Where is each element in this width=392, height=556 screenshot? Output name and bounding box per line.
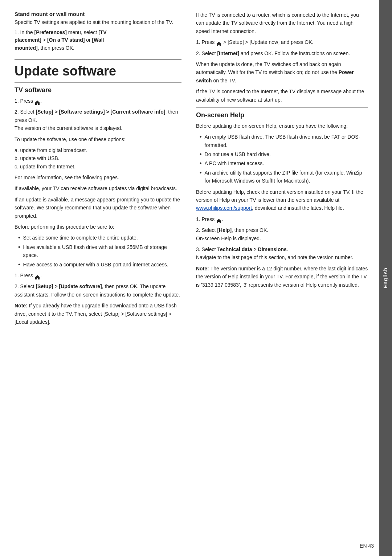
home-icon-3 xyxy=(216,40,221,45)
page-number: EN 43 xyxy=(360,543,374,549)
usb-note: Note: If you already have the upgrade fi… xyxy=(15,302,181,326)
digital-broadcast: If available, your TV can receive softwa… xyxy=(15,184,181,192)
help-req-3: A PC with Internet access. xyxy=(200,159,368,167)
right-column: If the TV is connected to a router, whic… xyxy=(192,11,368,538)
help-req-2: Do not use a USB hard drive. xyxy=(200,150,368,158)
help-step2: 2. Select [Help], then press OK. On-scre… xyxy=(196,226,368,242)
on-screen-help-divider xyxy=(196,107,368,108)
language-tab: English xyxy=(379,0,392,556)
before-list-item-2: Have available a USB flash drive with at… xyxy=(18,243,181,259)
home-icon-1 xyxy=(35,99,40,104)
update-options: a. update from digital broadcast. b. upd… xyxy=(15,146,181,171)
usb-step1: 1. Press . xyxy=(15,271,181,279)
internet-intro: If the TV is connected to a router, whic… xyxy=(196,11,368,35)
internet-step2: 2. Select [Internet] and press OK. Follo… xyxy=(196,49,368,57)
help-check-text: Before updating Help, check the current … xyxy=(196,188,368,212)
tv-software-section: TV software 1. Press . 2. Select [Setup]… xyxy=(15,86,181,326)
usb-step2: 2. Select [Setup] > [Update software], t… xyxy=(15,282,181,299)
philips-link[interactable]: www.philips.com/support xyxy=(196,205,252,211)
home-icon-4 xyxy=(216,217,221,222)
help-step1: 1. Press . xyxy=(196,215,368,223)
connected-message: If the TV is connected to the Internet, … xyxy=(196,87,368,104)
help-req-4: An archive utility that supports the ZIP… xyxy=(200,169,368,185)
update-software-heading: Update software xyxy=(15,63,181,79)
main-divider xyxy=(15,59,181,60)
internet-update-section: If the TV is connected to a router, whic… xyxy=(196,11,368,104)
language-label: English xyxy=(383,267,388,289)
update-intro: To update the software, use one of these… xyxy=(15,135,181,143)
home-icon-2 xyxy=(35,274,40,278)
more-info: For more information, see the following … xyxy=(15,173,181,181)
before-procedure: Before performing this procedure be sure… xyxy=(15,223,181,231)
before-list-item-1: Set aside some time to complete the enti… xyxy=(18,234,181,242)
help-note: Note: The version number is a 12 digit n… xyxy=(196,265,368,289)
stand-mount-title: Stand mount or wall mount xyxy=(15,11,181,17)
stand-mount-body2: 1. In the [Preferences] menu, select [TV… xyxy=(15,29,181,52)
help-req-1: An empty USB flash drive. The USB flash … xyxy=(200,133,368,149)
help-step3: 3. Select Technical data > Dimensions. N… xyxy=(196,245,368,262)
stand-mount-section: Stand mount or wall mount Specific TV se… xyxy=(15,11,181,52)
on-screen-help-section: On-screen Help Before updating the on-sc… xyxy=(196,111,368,289)
before-list-item-3: Have access to a computer with a USB por… xyxy=(18,261,181,269)
tv-software-title: TV software xyxy=(15,86,181,94)
help-before-text: Before updating the on-screen Help, ensu… xyxy=(196,122,368,130)
after-update: When the update is done, the TV switches… xyxy=(196,60,368,85)
tv-step1: 1. Press . xyxy=(15,97,181,105)
stand-mount-body1: Specific TV settings are applied to suit… xyxy=(15,19,181,26)
internet-step1: 1. Press > [Setup] > [Update now] and pr… xyxy=(196,38,368,46)
on-screen-help-title: On-screen Help xyxy=(196,111,368,119)
tv-software-divider xyxy=(15,82,181,83)
message-text: If an update is available, a message app… xyxy=(15,196,181,220)
help-requirements-list: An empty USB flash drive. The USB flash … xyxy=(196,133,368,185)
left-column: Stand mount or wall mount Specific TV se… xyxy=(15,11,181,538)
before-list: Set aside some time to complete the enti… xyxy=(15,234,181,269)
tv-step2: 2. Select [Setup] > [Software settings] … xyxy=(15,108,181,132)
